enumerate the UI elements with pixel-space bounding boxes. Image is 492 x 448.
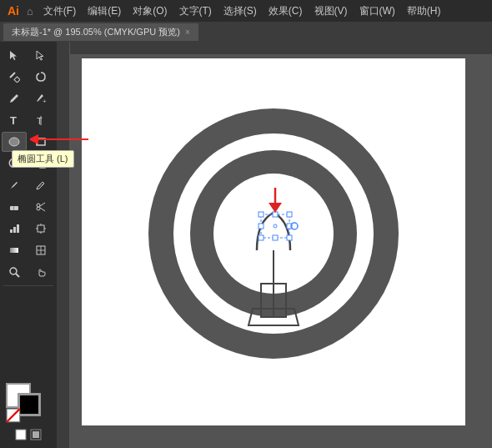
gradient-tool[interactable] (2, 240, 27, 260)
svg-point-8 (9, 138, 19, 146)
svg-rect-47 (259, 235, 264, 240)
menu-object[interactable]: 对象(O) (128, 3, 172, 20)
artwork (82, 58, 465, 425)
active-tab[interactable]: 未标题-1* @ 195.05% (CMYK/GPU 预览) × (3, 23, 198, 41)
pencil-tool[interactable] (28, 175, 53, 195)
svg-rect-22 (17, 224, 19, 233)
svg-rect-51 (259, 224, 264, 229)
horizontal-ruler (57, 42, 492, 55)
tool-row-9 (2, 219, 55, 239)
add-anchor-tool[interactable]: + (28, 88, 53, 108)
lasso-tool[interactable] (28, 67, 53, 87)
vertical-ruler (57, 42, 70, 448)
menu-effect[interactable]: 效果(C) (264, 3, 308, 20)
menu-view[interactable]: 视图(V) (309, 3, 353, 20)
tab-title: 未标题-1* @ 195.05% (CMYK/GPU 预览) (12, 26, 180, 38)
svg-text:T: T (37, 116, 43, 126)
svg-rect-23 (38, 225, 44, 232)
menu-bar: 文件(F) 编辑(E) 对象(O) 文字(T) 选择(S) 效果(C) 视图(V… (38, 3, 446, 20)
svg-rect-45 (259, 212, 264, 217)
magic-wand-tool[interactable] (2, 67, 27, 87)
title-bar: Ai ⌂ 文件(F) 编辑(E) 对象(O) 文字(T) 选择(S) 效果(C)… (0, 0, 492, 22)
svg-point-17 (37, 204, 40, 207)
pen-tool[interactable] (2, 88, 27, 108)
paintbrush-tool[interactable] (2, 175, 27, 195)
tool-row-4: T T (2, 110, 55, 130)
tool-separator (3, 285, 53, 286)
screen-mode-icon[interactable] (29, 428, 43, 441)
canvas-area[interactable] (57, 42, 492, 448)
artboard[interactable] (82, 58, 465, 425)
zoom-tool[interactable] (2, 262, 27, 282)
menu-help[interactable]: 帮助(H) (402, 3, 446, 20)
ellipse-tool[interactable] (2, 132, 27, 152)
tool-row-7 (2, 175, 55, 195)
home-icon[interactable]: ⌂ (27, 5, 33, 18)
menu-text[interactable]: 文字(T) (174, 3, 217, 20)
svg-line-18 (40, 208, 45, 211)
menu-window[interactable]: 窗口(W) (354, 3, 400, 20)
color-mode-icons (14, 428, 43, 441)
svg-rect-28 (10, 248, 18, 253)
eraser-tool[interactable] (2, 197, 27, 217)
main-area: + T T (0, 42, 492, 448)
no-fill-icon[interactable] (6, 408, 23, 425)
ellipse-tool-tooltip: 椭圆工具 (L) (12, 150, 74, 168)
hand-tool[interactable] (28, 262, 53, 282)
type-tool[interactable]: T (2, 110, 27, 130)
app-logo: Ai (5, 3, 22, 18)
mesh-tool[interactable] (28, 240, 53, 260)
svg-rect-38 (33, 431, 39, 438)
tool-row-10 (2, 240, 55, 260)
tool-row-3: + (2, 88, 55, 108)
svg-point-16 (37, 207, 40, 210)
normal-mode-icon[interactable] (14, 428, 28, 441)
toolbar: + T T (0, 42, 57, 448)
direct-selection-tool[interactable] (28, 45, 53, 65)
svg-rect-20 (10, 229, 13, 233)
svg-rect-1 (14, 77, 20, 83)
svg-rect-50 (273, 235, 278, 240)
menu-select[interactable]: 选择(S) (218, 3, 262, 20)
tooltip-arrow (30, 131, 80, 148)
svg-rect-15 (13, 206, 14, 210)
svg-point-32 (10, 268, 17, 274)
scissors-tool[interactable] (28, 197, 53, 217)
artboard-tool[interactable] (28, 219, 53, 239)
tab-bar: 未标题-1* @ 195.05% (CMYK/GPU 预览) × (0, 22, 492, 42)
graph-tool[interactable] (2, 219, 27, 239)
menu-edit[interactable]: 编辑(E) (83, 3, 126, 20)
svg-line-0 (10, 73, 15, 78)
svg-line-33 (16, 274, 19, 277)
color-swatches (3, 380, 54, 445)
svg-rect-36 (16, 430, 26, 440)
svg-rect-21 (13, 227, 16, 233)
svg-line-19 (40, 203, 45, 206)
stroke-fill-indicator[interactable] (6, 383, 51, 425)
tool-row-2 (2, 67, 55, 87)
vertical-type-tool[interactable]: T (28, 110, 53, 130)
svg-text:+: + (43, 98, 47, 104)
tool-row-1 (2, 45, 55, 65)
tool-row-11 (2, 262, 55, 282)
svg-text:T: T (10, 114, 17, 126)
svg-rect-48 (287, 235, 292, 240)
selection-tool[interactable] (2, 45, 27, 65)
tab-close-button[interactable]: × (185, 28, 190, 37)
svg-rect-46 (287, 212, 292, 217)
menu-file[interactable]: 文件(F) (38, 3, 81, 20)
tool-row-8 (2, 197, 55, 217)
